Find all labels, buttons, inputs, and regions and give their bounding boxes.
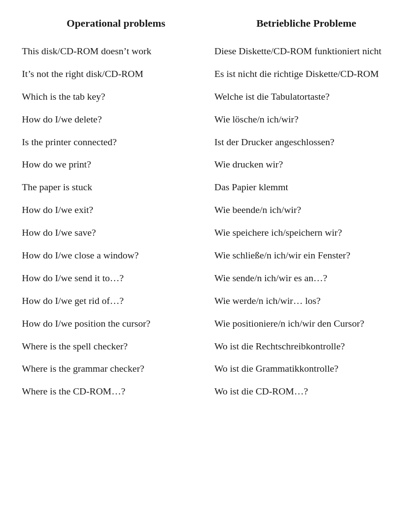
- german-phrase: Wie positioniere/n ich/wir den Cursor?: [210, 312, 398, 335]
- english-phrase: Which is the tab key?: [22, 85, 210, 108]
- german-phrase: Wie drucken wir?: [210, 153, 398, 176]
- table-row: Is the printer connected?Ist der Drucker…: [22, 131, 398, 153]
- english-phrase: How do I/we exit?: [22, 199, 210, 221]
- german-phrase: Wo ist die Rechtschreibkontrolle?: [210, 335, 398, 358]
- english-phrase: This disk/CD-ROM doesn’t work: [22, 40, 210, 63]
- german-phrase: Wo ist die CD-ROM…?: [210, 380, 398, 403]
- german-phrase: Wo ist die Grammatikkontrolle?: [210, 357, 398, 380]
- english-phrase: How do we print?: [22, 153, 210, 176]
- table-row: This disk/CD-ROM doesn’t workDiese Diske…: [22, 40, 398, 63]
- german-phrase: Das Papier klemmt: [210, 176, 398, 199]
- table-row: The paper is stuckDas Papier klemmt: [22, 176, 398, 199]
- german-phrase: Wie beende/n ich/wir?: [210, 199, 398, 221]
- german-phrase: Wie speichere ich/speichern wir?: [210, 221, 398, 244]
- german-phrase: Wie lösche/n ich/wir?: [210, 108, 398, 131]
- table-row: Where is the grammar checker?Wo ist die …: [22, 357, 398, 380]
- german-phrase: Ist der Drucker angeschlossen?: [210, 131, 398, 153]
- main-table: Operational problems Betriebliche Proble…: [22, 17, 398, 403]
- german-phrase: Es ist nicht die richtige Diskette/CD-RO…: [210, 63, 398, 85]
- table-row: How do I/we close a window?Wie schließe/…: [22, 244, 398, 267]
- german-phrase: Wie schließe/n ich/wir ein Fenster?: [210, 244, 398, 267]
- english-phrase: Is the printer connected?: [22, 131, 210, 153]
- german-phrase: Diese Diskette/CD-ROM funktioniert nicht: [210, 40, 398, 63]
- german-phrase: Welche ist die Tabulatortaste?: [210, 85, 398, 108]
- english-phrase: How do I/we send it to…?: [22, 267, 210, 289]
- english-phrase: How do I/we delete?: [22, 108, 210, 131]
- table-row: How do I/we delete?Wie lösche/n ich/wir?: [22, 108, 398, 131]
- english-phrase: It’s not the right disk/CD-ROM: [22, 63, 210, 85]
- english-phrase: How do I/we save?: [22, 221, 210, 244]
- english-phrase: The paper is stuck: [22, 176, 210, 199]
- table-row: It’s not the right disk/CD-ROMEs ist nic…: [22, 63, 398, 85]
- english-phrase: Where is the grammar checker?: [22, 357, 210, 380]
- english-phrase: How do I/we close a window?: [22, 244, 210, 267]
- table-row: How do I/we get rid of…?Wie werde/n ich/…: [22, 289, 398, 312]
- table-row: How do I/we send it to…?Wie sende/n ich/…: [22, 267, 398, 289]
- table-row: How do I/we save?Wie speichere ich/speic…: [22, 221, 398, 244]
- table-row: Which is the tab key?Welche ist die Tabu…: [22, 85, 398, 108]
- table-row: Where is the spell checker?Wo ist die Re…: [22, 335, 398, 358]
- header-german: Betriebliche Probleme: [210, 17, 398, 40]
- english-phrase: Where is the spell checker?: [22, 335, 210, 358]
- table-row: Where is the CD-ROM…?Wo ist die CD-ROM…?: [22, 380, 398, 403]
- english-phrase: Where is the CD-ROM…?: [22, 380, 210, 403]
- table-row: How do we print?Wie drucken wir?: [22, 153, 398, 176]
- english-phrase: How do I/we position the cursor?: [22, 312, 210, 335]
- german-phrase: Wie werde/n ich/wir… los?: [210, 289, 398, 312]
- table-row: How do I/we position the cursor?Wie posi…: [22, 312, 398, 335]
- header-english: Operational problems: [22, 17, 210, 40]
- german-phrase: Wie sende/n ich/wir es an…?: [210, 267, 398, 289]
- english-phrase: How do I/we get rid of…?: [22, 289, 210, 312]
- table-row: How do I/we exit?Wie beende/n ich/wir?: [22, 199, 398, 221]
